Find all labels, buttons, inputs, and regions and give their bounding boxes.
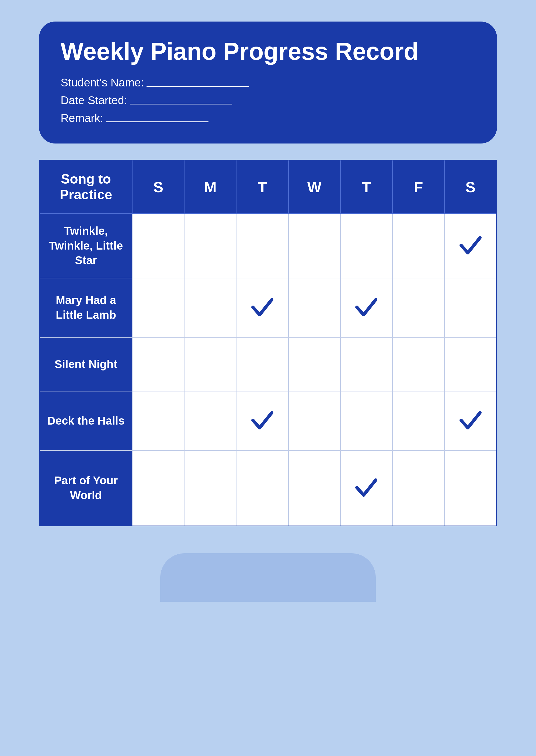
day-cell-row0-day4[interactable] (341, 213, 392, 278)
student-name-field[interactable]: Student's Name: (61, 76, 475, 89)
day-cell-row0-day6[interactable] (445, 213, 496, 278)
checkmark-icon (249, 407, 276, 434)
date-started-label: Date Started: (61, 94, 127, 107)
day-cell-row0-day2[interactable] (236, 213, 288, 278)
day-cell-row3-day6[interactable] (445, 391, 496, 451)
day-cell-row2-day1[interactable] (184, 337, 236, 391)
day-col-t2: T (341, 160, 392, 214)
song-col-header: Song to Practice (40, 160, 133, 214)
checkmark-icon (249, 294, 276, 321)
progress-table-wrapper: Song to Practice S M T W T F S Twinkle, … (39, 160, 497, 526)
day-cell-row1-day0[interactable] (132, 278, 184, 337)
table-row: Mary Had a Little Lamb (40, 278, 497, 337)
day-cell-row2-day5[interactable] (392, 337, 445, 391)
day-col-f: F (392, 160, 445, 214)
student-name-label: Student's Name: (61, 76, 144, 89)
day-cell-row0-day1[interactable] (184, 213, 236, 278)
checkmark-icon (353, 294, 380, 321)
day-cell-row2-day2[interactable] (236, 337, 288, 391)
day-cell-row1-day3[interactable] (288, 278, 341, 337)
bottom-decoration (160, 553, 376, 602)
day-col-m: M (184, 160, 236, 214)
checkmark-icon (353, 474, 380, 501)
table-row: Silent Night (40, 337, 497, 391)
song-name-cell: Deck the Halls (40, 391, 133, 451)
header-card: Weekly Piano Progress Record Student's N… (39, 21, 497, 143)
day-cell-row2-day0[interactable] (132, 337, 184, 391)
day-col-s2: S (445, 160, 496, 214)
progress-table: Song to Practice S M T W T F S Twinkle, … (39, 160, 497, 526)
day-cell-row2-day3[interactable] (288, 337, 341, 391)
table-row: Twinkle, Twinkle, Little Star (40, 213, 497, 278)
day-cell-row4-day5[interactable] (392, 451, 445, 526)
checkmark-icon (457, 232, 484, 259)
day-cell-row1-day1[interactable] (184, 278, 236, 337)
table-row: Deck the Halls (40, 391, 497, 451)
song-name-cell: Mary Had a Little Lamb (40, 278, 133, 337)
table-header-row: Song to Practice S M T W T F S (40, 160, 497, 214)
song-name-cell: Part of Your World (40, 451, 133, 526)
day-cell-row0-day5[interactable] (392, 213, 445, 278)
day-col-t1: T (236, 160, 288, 214)
day-cell-row0-day0[interactable] (132, 213, 184, 278)
day-cell-row1-day2[interactable] (236, 278, 288, 337)
day-cell-row3-day2[interactable] (236, 391, 288, 451)
day-cell-row2-day6[interactable] (445, 337, 496, 391)
day-cell-row0-day3[interactable] (288, 213, 341, 278)
day-cell-row1-day6[interactable] (445, 278, 496, 337)
day-cell-row4-day1[interactable] (184, 451, 236, 526)
day-cell-row4-day2[interactable] (236, 451, 288, 526)
day-cell-row2-day4[interactable] (341, 337, 392, 391)
date-started-input[interactable] (130, 96, 232, 105)
day-cell-row1-day5[interactable] (392, 278, 445, 337)
day-col-w: W (288, 160, 341, 214)
day-cell-row4-day3[interactable] (288, 451, 341, 526)
day-cell-row4-day4[interactable] (341, 451, 392, 526)
day-cell-row3-day3[interactable] (288, 391, 341, 451)
remark-field[interactable]: Remark: (61, 112, 475, 125)
date-started-field[interactable]: Date Started: (61, 94, 475, 107)
day-cell-row3-day5[interactable] (392, 391, 445, 451)
day-cell-row3-day4[interactable] (341, 391, 392, 451)
page-title: Weekly Piano Progress Record (61, 38, 475, 65)
remark-input[interactable] (106, 114, 209, 122)
student-name-input[interactable] (147, 79, 249, 87)
day-col-s1: S (132, 160, 184, 214)
day-cell-row4-day6[interactable] (445, 451, 496, 526)
song-name-cell: Silent Night (40, 337, 133, 391)
day-cell-row4-day0[interactable] (132, 451, 184, 526)
song-name-cell: Twinkle, Twinkle, Little Star (40, 213, 133, 278)
day-cell-row1-day4[interactable] (341, 278, 392, 337)
day-cell-row3-day0[interactable] (132, 391, 184, 451)
table-row: Part of Your World (40, 451, 497, 526)
checkmark-icon (457, 407, 484, 434)
header-fields: Student's Name: Date Started: Remark: (61, 76, 475, 125)
day-cell-row3-day1[interactable] (184, 391, 236, 451)
page-container: Weekly Piano Progress Record Student's N… (39, 21, 497, 602)
remark-label: Remark: (61, 112, 103, 125)
